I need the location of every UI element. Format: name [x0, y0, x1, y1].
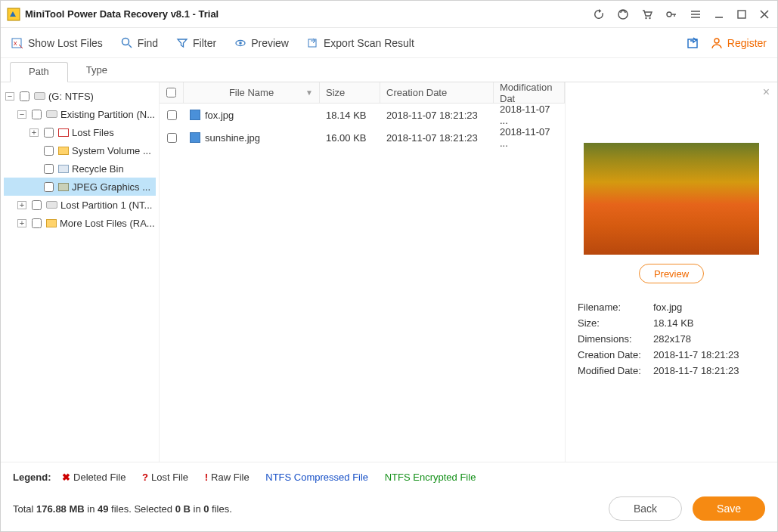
column-creation-date[interactable]: Creation Date [380, 82, 494, 103]
search-icon [121, 37, 133, 49]
tab-path[interactable]: Path [10, 62, 68, 82]
svg-point-4 [667, 12, 671, 17]
main-area: − (G: NTFS) − Existing Partition (N... +… [1, 82, 777, 462]
tree-item-label: JPEG Graphics ... [72, 181, 150, 193]
tree-checkbox[interactable] [32, 218, 42, 228]
file-name: fox.jpg [205, 110, 234, 121]
close-preview-icon[interactable]: × [763, 85, 770, 99]
register-button[interactable]: Register [711, 37, 767, 49]
raw-folder-icon [46, 219, 57, 227]
meta-size: 18.14 KB [653, 317, 694, 329]
share-icon[interactable] [687, 36, 700, 50]
tree-spacer [29, 147, 39, 155]
preview-pane: × Preview Filename:fox.jpg Size:18.14 KB… [566, 82, 777, 462]
meta-mdate-label: Modified Date: [578, 365, 653, 376]
support-icon[interactable] [617, 8, 629, 20]
column-size[interactable]: Size [320, 82, 380, 103]
legend-lost: ?Lost File [142, 472, 188, 483]
tree-checkbox[interactable] [44, 128, 54, 138]
titlebar: MiniTool Power Data Recovery v8.1 - Tria… [1, 1, 777, 28]
tree-checkbox[interactable] [44, 182, 54, 192]
meta-filename-label: Filename: [578, 302, 653, 313]
view-tabs: Path Type [1, 61, 777, 82]
tree-item[interactable]: − Existing Partition (N... [4, 105, 156, 123]
export-button[interactable]: Export Scan Result [307, 37, 414, 49]
tree-item-selected[interactable]: JPEG Graphics ... [4, 178, 156, 196]
image-file-icon [190, 110, 200, 120]
file-name: sunshine.jpg [205, 132, 260, 144]
window-title: MiniTool Power Data Recovery v8.1 - Tria… [25, 8, 219, 20]
show-lost-files-label: Show Lost Files [28, 37, 103, 49]
tree-item[interactable]: Recycle Bin [4, 159, 156, 178]
preview-label: Preview [251, 37, 289, 49]
lost-folder-icon [58, 128, 69, 137]
disk-icon [34, 92, 45, 100]
tree-checkbox[interactable] [20, 91, 29, 101]
tree-item-label: More Lost Files (RA... [60, 218, 155, 229]
refresh-icon[interactable] [593, 8, 605, 20]
legend-raw: !Raw File [205, 472, 250, 483]
collapse-icon[interactable]: − [17, 110, 26, 119]
preview-button[interactable]: Preview [234, 37, 289, 49]
file-checkbox[interactable] [167, 133, 177, 143]
tab-type[interactable]: Type [68, 61, 126, 82]
svg-point-3 [649, 17, 650, 18]
export-label: Export Scan Result [324, 37, 414, 49]
tree-checkbox[interactable] [32, 200, 42, 210]
tree-root[interactable]: − (G: NTFS) [4, 87, 156, 105]
legend: Legend: ✖Deleted File ?Lost File !Raw Fi… [1, 462, 777, 489]
tree-root-label: (G: NTFS) [48, 91, 94, 102]
tree-item-label: Lost Partition 1 (NT... [60, 200, 152, 211]
preview-open-button[interactable]: Preview [639, 264, 704, 283]
column-name-label: File Name [229, 87, 274, 98]
column-modification-date[interactable]: Modification Dat [494, 82, 565, 103]
file-mdate: 2018-11-07 ... [494, 104, 565, 126]
meta-cdate: 2018-11-7 18:21:23 [653, 349, 739, 360]
file-row[interactable]: sunshine.jpg 16.00 KB 2018-11-07 18:21:2… [160, 126, 565, 149]
file-row[interactable]: fox.jpg 18.14 KB 2018-11-07 18:21:23 201… [160, 104, 565, 126]
tree-checkbox[interactable] [32, 110, 42, 119]
tree-checkbox[interactable] [44, 164, 54, 174]
tree-item[interactable]: + Lost Files [4, 123, 156, 141]
minimize-icon[interactable] [714, 9, 724, 20]
tree-item[interactable]: System Volume ... [4, 141, 156, 159]
meta-dim-label: Dimensions: [578, 333, 653, 345]
meta-mdate: 2018-11-7 18:21:23 [653, 365, 739, 376]
file-checkbox[interactable] [167, 110, 177, 120]
legend-ntfs-encrypted: NTFS Encrypted File [385, 472, 476, 483]
svg-rect-5 [738, 11, 745, 18]
collapse-icon[interactable]: − [5, 92, 14, 101]
column-name[interactable]: File Name▼ [184, 82, 320, 103]
close-icon[interactable] [759, 9, 770, 20]
save-button[interactable]: Save [693, 496, 765, 521]
tree-item[interactable]: + Lost Partition 1 (NT... [4, 196, 156, 214]
meta-size-label: Size: [578, 317, 653, 329]
expand-icon[interactable]: + [29, 128, 39, 137]
tree-item-label: System Volume ... [72, 145, 151, 156]
cart-icon[interactable] [641, 8, 653, 20]
file-size: 18.14 KB [320, 104, 380, 126]
filter-button[interactable]: Filter [176, 37, 216, 49]
tree-item-label: Recycle Bin [72, 163, 124, 175]
select-all-checkbox[interactable] [166, 88, 176, 97]
register-label: Register [727, 37, 767, 49]
tree-checkbox[interactable] [44, 146, 54, 156]
app-icon [7, 8, 20, 21]
svg-point-10 [239, 42, 242, 45]
toolbar: x Show Lost Files Find Filter Preview Ex… [1, 28, 777, 58]
meta-filename: fox.jpg [653, 302, 682, 313]
key-icon[interactable] [665, 8, 677, 20]
svg-point-1 [618, 10, 628, 19]
maximize-icon[interactable] [736, 9, 747, 20]
folder-icon [58, 183, 69, 191]
tree-item-label: Lost Files [72, 127, 114, 138]
back-button[interactable]: Back [609, 496, 682, 521]
expand-icon[interactable]: + [17, 219, 26, 227]
sort-desc-icon: ▼ [305, 88, 313, 97]
menu-icon[interactable] [690, 8, 702, 20]
find-button[interactable]: Find [121, 37, 158, 49]
legend-label: Legend: [13, 472, 51, 483]
tree-item[interactable]: + More Lost Files (RA... [4, 214, 156, 232]
show-lost-files-button[interactable]: x Show Lost Files [11, 37, 103, 49]
expand-icon[interactable]: + [17, 201, 26, 209]
